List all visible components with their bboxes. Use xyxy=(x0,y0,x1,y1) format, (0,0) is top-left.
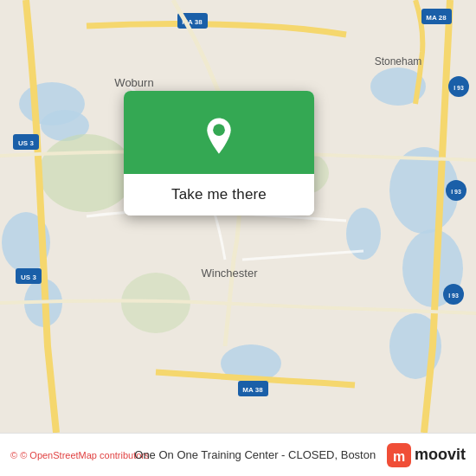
svg-text:Winchester: Winchester xyxy=(201,267,258,280)
svg-text:Stoneham: Stoneham xyxy=(375,55,422,68)
svg-text:I 93: I 93 xyxy=(453,85,464,91)
moovit-brand-icon: m xyxy=(387,443,411,467)
location-pin-icon xyxy=(198,115,240,157)
copyright-icon: © xyxy=(10,450,17,460)
map-area: US 3 US 3 I 93 I 93 I 93 MA 38 MA 38 MA … xyxy=(0,0,476,433)
svg-text:MA 38: MA 38 xyxy=(242,386,263,394)
bottom-bar: © © OpenStreetMap contributors One On On… xyxy=(0,433,476,476)
place-name: One On One Training Center - CLOSED, Bos… xyxy=(124,448,387,461)
svg-point-33 xyxy=(213,124,225,136)
svg-text:I 93: I 93 xyxy=(451,189,461,195)
popup-header xyxy=(124,91,314,174)
svg-text:US 3: US 3 xyxy=(18,139,34,147)
svg-text:US 3: US 3 xyxy=(21,273,36,281)
svg-text:m: m xyxy=(393,449,405,464)
moovit-logo: m moovit xyxy=(387,443,466,467)
location-popup: Take me there xyxy=(124,91,314,215)
svg-text:Woburn: Woburn xyxy=(114,76,153,89)
take-me-there-button[interactable]: Take me there xyxy=(124,174,314,215)
svg-point-11 xyxy=(39,134,134,212)
svg-text:I 93: I 93 xyxy=(448,293,459,299)
svg-text:MA 28: MA 28 xyxy=(426,14,447,22)
moovit-wordmark: moovit xyxy=(415,446,466,464)
